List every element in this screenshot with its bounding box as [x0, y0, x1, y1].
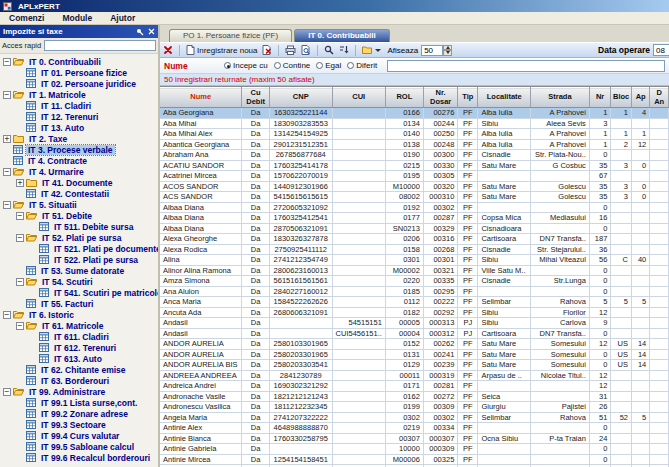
radio-button[interactable] — [347, 62, 354, 69]
tab-it-0-contribuabili[interactable]: IT 0. Contribuabili — [294, 29, 390, 42]
search-button[interactable] — [323, 45, 335, 55]
table-row[interactable]: Anca MariaDa1584522262626011200222PFSeli… — [160, 297, 669, 308]
expand-icon[interactable]: + — [3, 135, 11, 143]
collapse-icon[interactable]: − — [16, 322, 24, 330]
column-header-rol[interactable]: ROL — [385, 88, 423, 108]
radio-button[interactable] — [224, 62, 231, 69]
column-header-nr[interactable]: Nr — [589, 88, 611, 108]
collapse-icon[interactable]: − — [3, 168, 11, 176]
tree-item[interactable]: IT 11. Cladiri — [0, 100, 158, 111]
table-row[interactable]: ANDOR AURELIADa2580203301965013100241PFS… — [160, 349, 669, 360]
table-row[interactable]: ANDREEA ANDREEADa284123078900011000319PF… — [160, 370, 669, 381]
radio-button[interactable] — [316, 62, 323, 69]
tree-item[interactable]: IT 612. Terenuri — [0, 342, 158, 353]
tree-item[interactable]: IT 02. Persoane juridice — [0, 78, 158, 89]
print-button[interactable] — [284, 45, 297, 55]
tree-item[interactable]: −IT 5. Situatii — [0, 199, 158, 210]
tree-item[interactable]: IT 63. Borderouri — [0, 375, 158, 386]
tree-item[interactable]: IT 13. Auto — [0, 122, 158, 133]
table-row[interactable]: Albaa DianaDa2720605321092019200302PF0 — [160, 202, 669, 213]
tree-item[interactable]: −IT 51. Debite — [0, 210, 158, 221]
tree-item[interactable]: IT 42. Contestatii — [0, 188, 158, 199]
chevron-down-icon[interactable] — [375, 49, 381, 52]
table-row[interactable]: ANDOR AURELIADa2580103301965015200262PFS… — [160, 339, 669, 350]
table-row[interactable]: Alexa RodicaDa2750925411112015800268PFCi… — [160, 244, 669, 255]
show-count-input[interactable] — [421, 45, 443, 56]
tree-item[interactable]: IT 99.3 Sectoare — [0, 419, 158, 430]
table-row[interactable]: Antinie GabrielaDa10000000309PF0 — [160, 444, 669, 455]
tree-item[interactable]: IT 55. Facturi — [0, 298, 158, 309]
tree-item[interactable]: −IT 54. Scutiri — [0, 276, 158, 287]
close-button[interactable] — [162, 45, 174, 55]
show-count-spinner[interactable] — [421, 45, 452, 56]
tree-item[interactable]: IT 3. Procese verbale — [0, 144, 158, 155]
collapse-icon[interactable]: − — [3, 58, 11, 66]
column-header-cui[interactable]: CUI — [332, 88, 385, 108]
tree-item[interactable]: +IT 41. Documente — [0, 177, 158, 188]
tree-item[interactable]: −IT 4. Urmarire — [0, 166, 158, 177]
export-button[interactable] — [361, 45, 382, 55]
table-row[interactable]: Albaa DianaDa1760325412541017700287PFCop… — [160, 213, 669, 224]
new-record-button[interactable]: Inregistrare noua — [185, 45, 258, 55]
close-panel-icon[interactable] — [148, 28, 155, 35]
expand-icon[interactable]: + — [16, 179, 24, 187]
table-row[interactable]: Albaa DianaDa2870506321091SN021300329PFC… — [160, 223, 669, 234]
collapse-icon[interactable]: − — [16, 278, 24, 286]
column-header-tip[interactable]: Tip — [458, 88, 478, 108]
tree-item[interactable]: IT 522. Plati pe sursa — [0, 254, 158, 265]
collapse-icon[interactable]: − — [3, 388, 11, 396]
pin-icon[interactable] — [136, 28, 144, 36]
spinner-down-icon[interactable] — [443, 50, 452, 56]
menu-module[interactable]: Module — [53, 13, 101, 23]
operation-date-input[interactable] — [653, 44, 669, 56]
table-row[interactable]: Abraham AnaDa267856877684019000300PFCisn… — [160, 150, 669, 161]
table-row[interactable]: AndasilDaCUI5456151..00004000312PJCartis… — [160, 328, 669, 339]
print-preview-button[interactable] — [300, 45, 312, 55]
table-row[interactable]: Andronache VasileDa182121212124301620027… — [160, 391, 669, 402]
tree-item[interactable]: IT 12. Terenuri — [0, 111, 158, 122]
filter-option-diferit[interactable]: Diferit — [347, 61, 377, 70]
table-row[interactable]: Alexa GheorgheDa1830326327878020600316PF… — [160, 234, 669, 245]
table-row[interactable]: Abantica GeorgianaDa29012315123510138002… — [160, 139, 669, 150]
table-row[interactable]: Angela MariaDa2741207322222030200302PFSe… — [160, 412, 669, 423]
table-row[interactable]: Ana AlulonDa2840227160012018500295PF0 — [160, 286, 669, 297]
table-row[interactable]: Ancuta AdaDa2680606321091018200292PFSibi… — [160, 307, 669, 318]
column-header-nume[interactable]: Nume — [160, 88, 242, 108]
collapse-icon[interactable]: − — [3, 311, 11, 319]
tree-item[interactable]: −IT 0. Contribuabili — [0, 56, 158, 67]
table-row[interactable]: Aba MihaiDa1830903283553013400244PFSibiu… — [160, 118, 669, 129]
column-header-ap[interactable]: Ap — [632, 88, 650, 108]
table-row[interactable]: Andreica AndreiDa1690302321292017100281P… — [160, 381, 669, 392]
tree-item[interactable]: IT 99.1 Lista surse,cont. — [0, 397, 158, 408]
column-header-bloc[interactable]: Bloc — [611, 88, 632, 108]
filter-option-contine[interactable]: Contine — [274, 61, 311, 70]
table-row[interactable]: AlinaDa2741212354749030100301PFSibiuMiha… — [160, 255, 669, 266]
filter-option-incepe-cu[interactable]: Incepe cu — [224, 61, 268, 70]
tree-item[interactable]: IT 62. Chitante emise — [0, 364, 158, 375]
tree-item[interactable]: IT 511. Debite sursa — [0, 221, 158, 232]
column-header-cu-debit[interactable]: Cu Debit — [242, 88, 270, 108]
table-row[interactable]: ANDOR AURELIA BISDa258020330354101290023… — [160, 360, 669, 371]
table-row[interactable]: Amza SimonaDa5615161561561022000335PFCis… — [160, 276, 669, 287]
tree-item[interactable]: IT 99.4 Curs valutar — [0, 430, 158, 441]
column-header-extra[interactable]: D An — [650, 88, 669, 108]
tree-item[interactable]: IT 99.2 Zonare adrese — [0, 408, 158, 419]
filter-option-egal[interactable]: Egal — [316, 61, 341, 70]
tree-item[interactable]: IT 99.6 Recalcul borderouri — [0, 452, 158, 463]
column-header-strada[interactable]: Strada — [531, 88, 590, 108]
collapse-icon[interactable]: − — [3, 201, 11, 209]
tree-item[interactable]: −IT 61. Matricole — [0, 320, 158, 331]
tree-item[interactable]: −IT 6. Istoric — [0, 309, 158, 320]
column-header-localitate[interactable]: Localitate — [478, 88, 531, 108]
menu-comenzi[interactable]: Comenzi — [0, 13, 53, 23]
tree-item[interactable]: −IT 99. Administrare — [0, 386, 158, 397]
table-row[interactable]: ACATIU SANDORDa1760325414178021500330PFS… — [160, 160, 669, 171]
menu-ajutor[interactable]: Ajutor — [101, 13, 144, 23]
tree-item[interactable]: −IT 52. Plati pe sursa — [0, 232, 158, 243]
tree-item[interactable]: IT 521. Plati pe documente — [0, 243, 158, 254]
tree-item[interactable]: IT 53. Sume datorate — [0, 265, 158, 276]
table-row[interactable]: ACOS SANDORDa1440912301966M1000000320PFS… — [160, 181, 669, 192]
table-row[interactable]: Acatrinei MirceaDa1570622070019019500305… — [160, 171, 669, 182]
tree-item[interactable]: −IT 1. Matricole — [0, 89, 158, 100]
tree-item[interactable]: IT 541. Scutiri pe matricole — [0, 287, 158, 298]
